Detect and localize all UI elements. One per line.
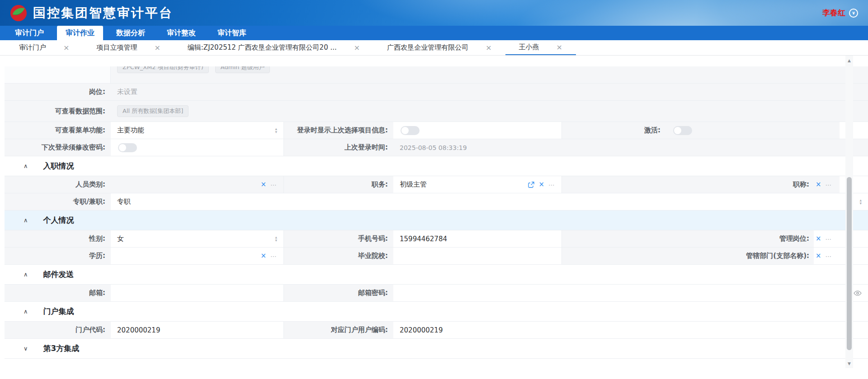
more-icon[interactable]: ⋯ bbox=[826, 182, 832, 188]
form-row-password-lastlogin: 下次登录须修改密码: 上次登录时间: 2025-08-05 08:33:19 bbox=[5, 139, 868, 156]
job-title-input[interactable] bbox=[400, 181, 528, 189]
user-detail-form: ZPCW_XM2 项目组(财务审计) Admin 超级用户 岗位: 未设置 可查… bbox=[0, 56, 868, 359]
clear-icon[interactable]: × bbox=[538, 181, 544, 188]
position-value: 未设置 bbox=[117, 88, 137, 96]
nav-tab-audit-work[interactable]: 审计作业 bbox=[57, 26, 103, 40]
clear-icon[interactable]: × bbox=[260, 253, 266, 259]
scrollbar-thumb[interactable] bbox=[847, 177, 852, 350]
close-icon[interactable]: × bbox=[557, 44, 562, 51]
section-header-onboarding[interactable]: ∧ 入职情况 bbox=[5, 156, 868, 176]
nav-tab-data-analysis[interactable]: 数据分析 bbox=[108, 26, 154, 40]
professional-title-label: 职称: bbox=[562, 176, 814, 193]
portal-user-code-label: 对应门户用户编码: bbox=[284, 322, 393, 338]
more-icon[interactable]: ⋯ bbox=[826, 253, 832, 259]
menu-access-select[interactable]: 主要功能 ▴▾ bbox=[111, 122, 283, 139]
person-category-label: 人员类别: bbox=[5, 176, 111, 193]
education-field[interactable]: × ⋯ bbox=[111, 248, 283, 264]
external-link-icon[interactable] bbox=[528, 182, 534, 188]
clear-icon[interactable]: × bbox=[816, 235, 821, 242]
form-row-menu-toggles: 可查看菜单功能: 主要功能 ▴▾ 登录时显示上次选择项目信息: 激活: bbox=[5, 122, 868, 139]
chevron-up-icon[interactable]: ∧ bbox=[24, 163, 28, 169]
select-caret-icon: ▴▾ bbox=[859, 199, 862, 205]
subtab-audit-portal[interactable]: 审计门户 × bbox=[5, 40, 83, 55]
email-label: 邮箱: bbox=[5, 285, 111, 301]
data-scope-label: 可查看数据范围: bbox=[5, 101, 111, 122]
more-icon[interactable]: ⋯ bbox=[270, 182, 277, 188]
form-row-category-job: 人员类别: × ⋯ 职务: × bbox=[5, 176, 868, 193]
more-icon[interactable]: ⋯ bbox=[826, 236, 832, 242]
section-header-third-party[interactable]: ∨ 第3方集成 bbox=[5, 339, 868, 359]
mobile-label: 手机号码: bbox=[284, 230, 393, 247]
subtab-edit-project[interactable]: 编辑:ZJ202512 广西农垦企业管理有限公司20 ... × bbox=[174, 40, 373, 55]
close-icon[interactable]: × bbox=[154, 44, 160, 51]
role-tag: ZPCW_XM2 项目组(财务审计) bbox=[117, 66, 209, 73]
user-name: 李春红 bbox=[822, 8, 845, 18]
section-title: 邮件发送 bbox=[43, 269, 74, 280]
subtab-wang-xiaoyan[interactable]: 王小燕 × bbox=[505, 40, 576, 55]
fulltime-value: 专职 bbox=[117, 197, 131, 206]
scroll-down-icon[interactable]: ▼ bbox=[845, 360, 853, 367]
clear-icon[interactable]: × bbox=[816, 181, 821, 188]
department-field[interactable]: × ⋯ bbox=[814, 248, 840, 264]
email-password-label: 邮箱密码: bbox=[284, 285, 393, 301]
chevron-down-icon[interactable]: ∨ bbox=[24, 345, 28, 352]
job-title-label: 职务: bbox=[284, 176, 393, 193]
form-row-data-scope: 可查看数据范围: All 所有数据[集团本部] bbox=[5, 101, 868, 122]
email-password-input[interactable] bbox=[400, 289, 854, 297]
pwd-change-toggle[interactable] bbox=[118, 143, 137, 152]
user-menu[interactable]: 李春红 ∨ bbox=[822, 8, 858, 18]
portal-code-input[interactable] bbox=[117, 326, 277, 334]
activated-toggle[interactable] bbox=[673, 126, 692, 135]
role-label-cell bbox=[5, 66, 111, 83]
subtab-project-approval[interactable]: 项目立项管理 × bbox=[83, 40, 174, 55]
graduate-school-input[interactable] bbox=[400, 252, 555, 260]
section-title: 入职情况 bbox=[43, 161, 74, 171]
gender-label: 性别: bbox=[5, 230, 111, 247]
eye-icon[interactable] bbox=[854, 290, 862, 296]
menu-access-value: 主要功能 bbox=[117, 126, 144, 135]
main-nav: 审计门户 审计作业 数据分析 审计整改 审计智库 bbox=[0, 26, 868, 40]
gender-value: 女 bbox=[117, 234, 124, 243]
professional-title-field[interactable]: × ⋯ bbox=[814, 176, 840, 193]
subtab-company[interactable]: 广西农垦企业管理有限公司 × bbox=[373, 40, 505, 55]
nav-tab-audit-knowledge[interactable]: 审计智库 bbox=[209, 26, 255, 40]
platform-logo-icon bbox=[10, 5, 27, 22]
close-icon[interactable]: × bbox=[63, 44, 69, 51]
clear-icon[interactable]: × bbox=[816, 253, 821, 259]
section-header-mail[interactable]: ∧ 邮件发送 bbox=[5, 265, 868, 285]
chevron-up-icon[interactable]: ∧ bbox=[24, 217, 28, 224]
more-icon[interactable]: ⋯ bbox=[270, 253, 277, 259]
section-header-personal[interactable]: ∧ 个人情况 bbox=[5, 211, 868, 230]
login-show-last-toggle[interactable] bbox=[401, 126, 420, 135]
gender-select[interactable]: 女 ▴▾ bbox=[111, 230, 283, 247]
close-icon[interactable]: × bbox=[486, 44, 491, 51]
fulltime-select[interactable]: 专职 ▴▾ bbox=[111, 193, 868, 210]
position-label: 岗位: bbox=[5, 84, 111, 100]
nav-tab-audit-portal[interactable]: 审计门户 bbox=[6, 26, 52, 40]
education-label: 学历: bbox=[5, 248, 111, 264]
vertical-scrollbar[interactable]: ▲ ▼ bbox=[845, 56, 853, 368]
close-icon[interactable]: × bbox=[354, 44, 360, 51]
chevron-up-icon[interactable]: ∧ bbox=[24, 271, 28, 278]
section-title: 第3方集成 bbox=[43, 343, 80, 354]
section-header-portal[interactable]: ∧ 门户集成 bbox=[5, 302, 868, 322]
chevron-up-icon[interactable]: ∧ bbox=[24, 308, 28, 315]
person-category-field[interactable]: × ⋯ bbox=[111, 176, 283, 193]
portal-user-code-input[interactable] bbox=[400, 326, 862, 334]
clear-icon[interactable]: × bbox=[260, 181, 266, 188]
management-post-field[interactable]: × ⋯ bbox=[814, 230, 840, 247]
pwd-change-label: 下次登录须修改密码: bbox=[5, 139, 111, 156]
form-row-education-school: 学历: × ⋯ 毕业院校: 管辖部门(支部名称): × ⋯ bbox=[5, 248, 868, 265]
menu-access-label: 可查看菜单功能: bbox=[5, 122, 111, 139]
nav-tab-audit-rectify[interactable]: 审计整改 bbox=[158, 26, 204, 40]
email-input[interactable] bbox=[117, 289, 277, 297]
more-icon[interactable]: ⋯ bbox=[548, 182, 555, 188]
chevron-down-icon: ∨ bbox=[849, 9, 858, 18]
activated-label: 激活: bbox=[562, 122, 666, 139]
last-login-label: 上次登录时间: bbox=[284, 139, 393, 156]
role-tag: Admin 超级用户 bbox=[215, 66, 270, 73]
mobile-input[interactable] bbox=[400, 235, 555, 243]
subtab-label: 审计门户 bbox=[19, 43, 46, 52]
form-row-gender-mobile: 性别: 女 ▴▾ 手机号码: 管理岗位: × ⋯ bbox=[5, 230, 868, 248]
scroll-up-icon[interactable]: ▲ bbox=[845, 56, 853, 64]
